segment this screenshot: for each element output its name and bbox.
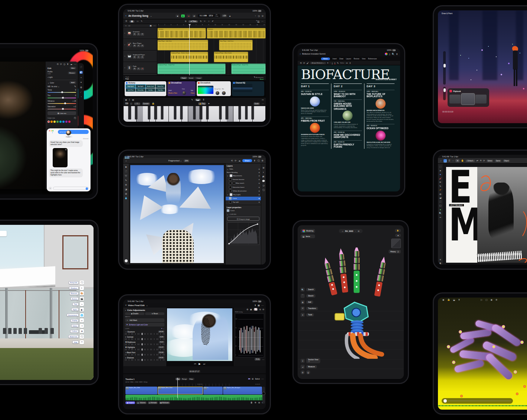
lcd-display[interactable]: 5 1 1 086 127,0 4/4C maj [198, 14, 220, 17]
lock-icon[interactable]: 🔒 [152, 102, 155, 105]
more-icon[interactable]: ⋯ [262, 102, 264, 105]
plugin-power-icon[interactable] [168, 82, 170, 84]
plugin-power-icon[interactable] [126, 82, 128, 84]
piano-black-key[interactable] [226, 106, 228, 119]
sketch-tool[interactable]: ⌒Sketch [301, 294, 318, 298]
bar-ruler[interactable]: 1234567891011121314151617 [157, 24, 266, 27]
back-icon[interactable]: ‹ [52, 131, 53, 134]
chevron-down-icon[interactable]: ⌄ [150, 15, 152, 17]
preset-select[interactable]: ‹ Default › [465, 160, 475, 162]
tracks-view-icon[interactable]: ☰ [125, 20, 127, 23]
camera-icon[interactable]: ◉ [491, 299, 492, 301]
same-button[interactable]: Same [495, 160, 501, 162]
move-tool-icon[interactable]: ➤ [125, 166, 127, 168]
back-icon[interactable]: ← [440, 160, 442, 162]
record-icon[interactable]: ◉ [442, 299, 444, 301]
vibrance-slider[interactable] [48, 103, 76, 104]
clone-tool-icon[interactable]: ⊕ [125, 184, 127, 186]
enhance-button[interactable]: ✦Enhance Light and Color [125, 323, 164, 327]
scope-camera-icon[interactable]: ▣ [250, 308, 252, 311]
canvas[interactable]: E LECTRONIC M USIC AW SC [443, 164, 527, 265]
viewer-zoom[interactable]: 74 % [255, 358, 261, 361]
undo-icon[interactable]: ⟲ [57, 63, 59, 65]
piano-black-key[interactable] [154, 106, 157, 119]
keys-icon[interactable]: 🎹 [195, 99, 201, 101]
remove-attachment-icon[interactable]: ✕ [65, 149, 67, 151]
tags-button[interactable]: Tags [72, 303, 79, 306]
sustain-button[interactable]: Sustain [142, 102, 150, 105]
measure-button[interactable]: ⊿Measure [301, 365, 320, 369]
light-section[interactable]: Light [49, 76, 52, 78]
select-mode[interactable]: Select [255, 378, 260, 380]
timeline-scrubber[interactable] [442, 398, 513, 404]
disable-clip-icon[interactable]: ⊗ [255, 401, 256, 404]
scenes-icon[interactable]: 🎬 [80, 297, 84, 301]
settings-icon[interactable]: ⚙ [495, 299, 497, 301]
faders-icon[interactable]: 🎚 [203, 99, 205, 101]
browse-button[interactable]: Browse [68, 72, 76, 74]
cloud-icon[interactable]: ☁ [70, 63, 72, 65]
visibility-icon[interactable]: ◉ [259, 168, 260, 170]
scale-button[interactable]: Scale [253, 102, 260, 105]
bw-button[interactable]: B&W [69, 81, 76, 84]
drag-on-image-button[interactable]: ◎ Drag on image [227, 217, 259, 221]
scope-close-icon[interactable]: ⊖ [262, 308, 264, 311]
keyboard-mode-icon[interactable]: ⌨ [125, 102, 128, 105]
split-icon[interactable]: ✂ [204, 20, 206, 23]
plugin-chromaverb[interactable]: ChromaVerb Decay Time Wet [197, 81, 231, 96]
tags-icon[interactable]: ⌁ [80, 302, 84, 306]
record-enable-button[interactable]: R [141, 45, 144, 47]
inspect-button[interactable]: ◨ Inspect [125, 401, 135, 404]
clip[interactable]: Skyline_Blue_Backgrou [223, 387, 262, 394]
info-icon[interactable]: ⓘ [262, 189, 265, 191]
piano-black-key[interactable] [200, 106, 202, 119]
outliner-icon[interactable]: ≣ [80, 329, 84, 333]
items-button[interactable]: ⬓Items [301, 234, 315, 238]
section-view-button[interactable]: ▯Section ViewOff [301, 358, 320, 363]
crop-icon[interactable]: ⛶ [80, 66, 82, 68]
piano-black-key[interactable] [180, 106, 183, 119]
detail-icon[interactable]: ◔ [81, 96, 82, 98]
record-enable-button[interactable]: R [141, 33, 144, 36]
help-icon[interactable]: ? [80, 340, 84, 344]
redo-icon[interactable]: ⟳ [303, 62, 305, 64]
browser-icon[interactable]: ▦ [258, 304, 260, 306]
entity-info-button[interactable]: Entity Info [69, 281, 79, 284]
octave-stepper[interactable]: ‹ 0 › [134, 102, 140, 105]
region-view-icon[interactable]: ▭ [137, 20, 138, 23]
text-tool-icon[interactable]: ✑ [439, 216, 441, 219]
piano-black-key[interactable] [174, 106, 176, 119]
inspector-tabs[interactable]: TrackSendsOutput [180, 77, 202, 79]
color-mix-dots[interactable] [48, 121, 76, 123]
entity-info-icon[interactable]: ⓘ [80, 280, 84, 285]
piano-keyboard[interactable]: C2 C3 C4 [123, 106, 266, 122]
highlights-slider[interactable]: ✹ Highlights11.27 [125, 346, 164, 351]
light-wand-icon[interactable]: ✦ ⌄ [161, 328, 164, 329]
gear-icon[interactable]: ⚙ [262, 160, 264, 162]
color-mix-button[interactable]: ◉ Color mix [48, 111, 76, 115]
color-mix-row[interactable]: Color mix [48, 117, 55, 119]
piano-black-key[interactable] [245, 106, 248, 119]
copy-icon[interactable]: ⧉ [185, 20, 186, 23]
delete-icon[interactable]: 🗑 [439, 262, 442, 265]
solo-button[interactable]: S [137, 45, 140, 47]
visibility-icon[interactable]: ◉ [259, 186, 260, 188]
node-tool-icon[interactable]: ✋ [461, 160, 464, 162]
help-button[interactable]: Help [72, 341, 79, 344]
piano-black-key[interactable] [128, 106, 131, 119]
mixer-view-icon[interactable]: ▦ [130, 20, 134, 23]
play-button[interactable]: ▶ [181, 14, 185, 17]
history-icon[interactable]: ◷ [262, 184, 264, 187]
audio-track[interactable] [125, 395, 264, 400]
mobile-view-icon[interactable]: ▯ [389, 53, 390, 55]
poster-artboard[interactable]: E LECTRONIC M USIC AW SC [446, 167, 527, 263]
more-icon[interactable]: ⋯ [153, 24, 156, 27]
rotate-icon[interactable]: ⟳ [483, 160, 485, 162]
font-name-select[interactable]: Antipol Medium ⌄ [310, 62, 326, 64]
region-bass-1[interactable]: Bass Player - Indie Disco [157, 40, 208, 50]
dodge-tool-icon[interactable]: ● [440, 209, 441, 211]
trash-icon[interactable]: 🗑 [251, 401, 253, 404]
clip[interactable]: S... [203, 387, 223, 394]
tab-view[interactable]: View [362, 58, 366, 60]
chevron-down-icon[interactable]: ⌄ [227, 193, 229, 196]
